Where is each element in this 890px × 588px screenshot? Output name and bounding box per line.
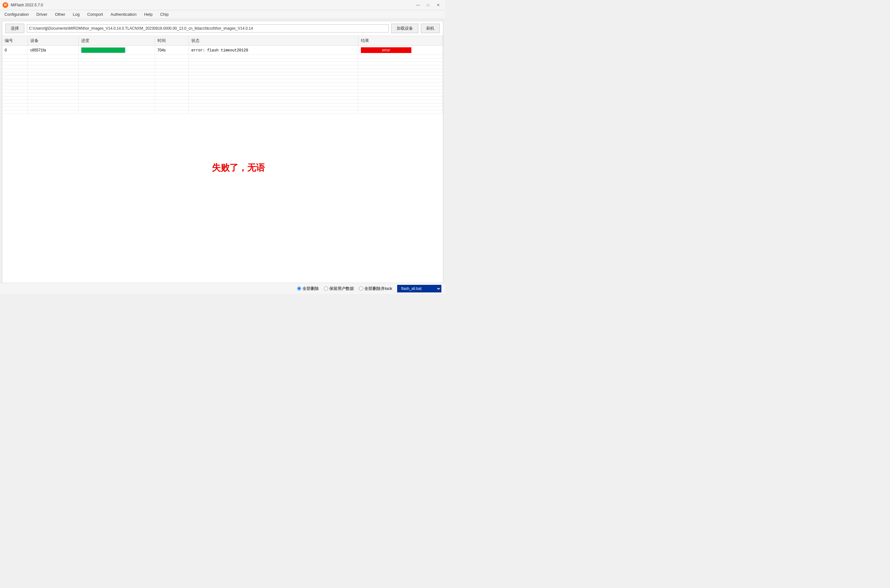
minimize-button[interactable]: —: [413, 2, 422, 8]
table-row-empty: [2, 90, 443, 93]
menu-bar: Configuration Driver Other Log Comport A…: [0, 10, 445, 19]
menu-driver[interactable]: Driver: [33, 11, 51, 18]
path-input[interactable]: [27, 24, 389, 33]
center-message: 失败了，无语: [212, 162, 265, 174]
flash-button[interactable]: 刷机: [421, 24, 440, 33]
table-row-empty: [2, 72, 443, 76]
radio-group-keep-user: 保留用户数据: [324, 286, 354, 291]
table-row-empty: [2, 96, 443, 100]
table-row-empty: [2, 82, 443, 86]
radio-keep-user[interactable]: [324, 286, 328, 291]
col-header-result: 结果: [358, 36, 443, 46]
col-header-progress: 进度: [79, 36, 155, 46]
title-bar: M MiFlash 2022.5.7.0 — □ ✕: [0, 0, 445, 10]
table-container: 编号 设备 进度 时间 状态 结果 0 c85571fa: [2, 36, 443, 283]
radio-group-all-delete-lock: 全部删除并lock: [359, 286, 392, 291]
menu-log[interactable]: Log: [70, 11, 83, 18]
table-row-empty: [2, 58, 443, 62]
menu-comport[interactable]: Comport: [84, 11, 106, 18]
window-controls: — □ ✕: [413, 2, 443, 8]
col-header-id: 编号: [2, 36, 28, 46]
col-header-device: 设备: [28, 36, 79, 46]
maximize-button[interactable]: □: [424, 2, 433, 8]
label-keep-user: 保留用户数据: [329, 286, 354, 291]
col-header-status: 状态: [188, 36, 358, 46]
cell-time: 704s: [155, 46, 188, 55]
menu-authentication[interactable]: Authentication: [107, 11, 140, 18]
table-row-empty: [2, 107, 443, 110]
device-table: 编号 设备 进度 时间 状态 结果 0 c85571fa: [2, 36, 443, 114]
radio-group-all-delete: 全部删除: [297, 286, 319, 291]
progress-bar-wrapper: [81, 47, 125, 53]
table-row-empty: [2, 62, 443, 65]
cell-id: 0: [2, 46, 28, 55]
main-window: 选择 加载设备 刷机 编号 设备 进度 时间 状态 结果 0 c85571fa: [2, 21, 443, 283]
table-row-empty: [2, 79, 443, 82]
menu-configuration[interactable]: Configuration: [1, 11, 32, 18]
close-button[interactable]: ✕: [434, 2, 443, 8]
app-title: MiFlash 2022.5.7.0: [11, 3, 43, 7]
cell-status: error: flash timeout20120: [188, 46, 358, 55]
table-row-empty: [2, 86, 443, 90]
table-row-empty: [2, 76, 443, 79]
table-row-empty: [2, 55, 443, 58]
label-all-delete-lock: 全部删除并lock: [364, 286, 392, 291]
toolbar: 选择 加载设备 刷机: [2, 21, 443, 36]
table-row-empty: [2, 69, 443, 72]
menu-help[interactable]: Help: [141, 11, 156, 18]
title-bar-left: M MiFlash 2022.5.7.0: [3, 2, 43, 8]
progress-bar-fill: [81, 48, 125, 52]
table-row-empty: [2, 65, 443, 69]
table-row-empty: [2, 104, 443, 107]
radio-all-delete-lock[interactable]: [359, 286, 363, 291]
menu-other[interactable]: Other: [52, 11, 69, 18]
cell-result: error: [358, 46, 443, 55]
col-header-time: 时间: [155, 36, 188, 46]
table-row-empty: [2, 110, 443, 114]
label-all-delete: 全部删除: [302, 286, 319, 291]
load-device-button[interactable]: 加载设备: [391, 24, 418, 33]
radio-all-delete[interactable]: [297, 286, 301, 291]
table-row-empty: [2, 93, 443, 96]
select-button[interactable]: 选择: [5, 24, 24, 33]
cell-device: c85571fa: [28, 46, 79, 55]
flash-script-select[interactable]: flash_all.bat: [397, 285, 441, 292]
status-text: error: flash timeout20120: [191, 48, 248, 52]
table-row-empty: [2, 100, 443, 104]
cell-progress: [79, 46, 155, 55]
menu-chip[interactable]: Chip: [157, 11, 172, 18]
app-icon: M: [3, 2, 8, 8]
result-badge: error: [361, 47, 411, 53]
table-row: 0 c85571fa 704s error: flash timeout2012…: [2, 46, 443, 55]
bottom-bar: 全部删除 保留用户数据 全部删除并lock flash_all.bat: [0, 283, 445, 294]
